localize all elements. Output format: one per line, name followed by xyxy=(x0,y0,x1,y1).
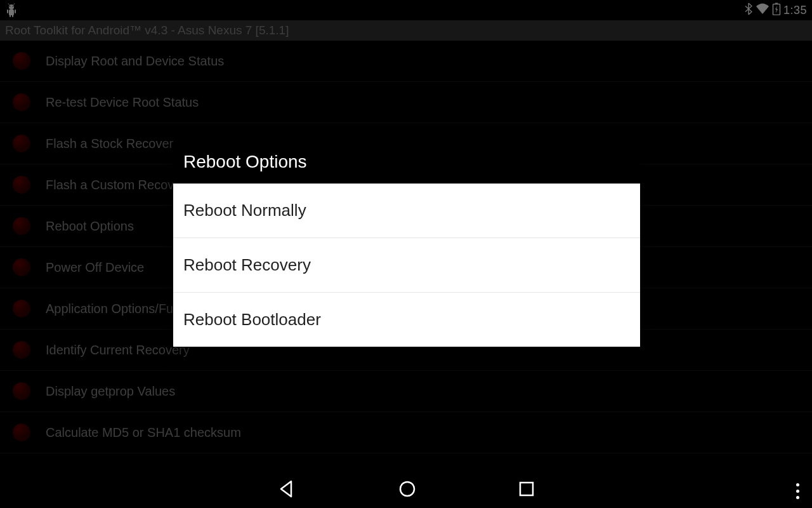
dot-icon xyxy=(796,490,799,493)
home-button[interactable] xyxy=(398,479,417,498)
svg-rect-13 xyxy=(520,483,533,495)
dialog-option-label: Reboot Recovery xyxy=(183,255,311,274)
overflow-menu-button[interactable] xyxy=(796,483,799,499)
back-button[interactable] xyxy=(277,479,296,498)
dot-icon xyxy=(796,483,799,486)
navigation-bar xyxy=(0,470,812,508)
dialog-title: Reboot Options xyxy=(173,140,640,184)
dialog-option-reboot-bootloader[interactable]: Reboot Bootloader xyxy=(173,293,640,347)
recents-button[interactable] xyxy=(518,481,535,497)
reboot-options-dialog: Reboot Options Reboot Normally Reboot Re… xyxy=(173,140,640,347)
svg-point-12 xyxy=(400,482,414,496)
dot-icon xyxy=(796,496,799,499)
dialog-option-label: Reboot Normally xyxy=(183,201,306,220)
dialog-option-reboot-recovery[interactable]: Reboot Recovery xyxy=(173,238,640,293)
dialog-option-reboot-normally[interactable]: Reboot Normally xyxy=(173,184,640,238)
dialog-option-label: Reboot Bootloader xyxy=(183,310,321,329)
